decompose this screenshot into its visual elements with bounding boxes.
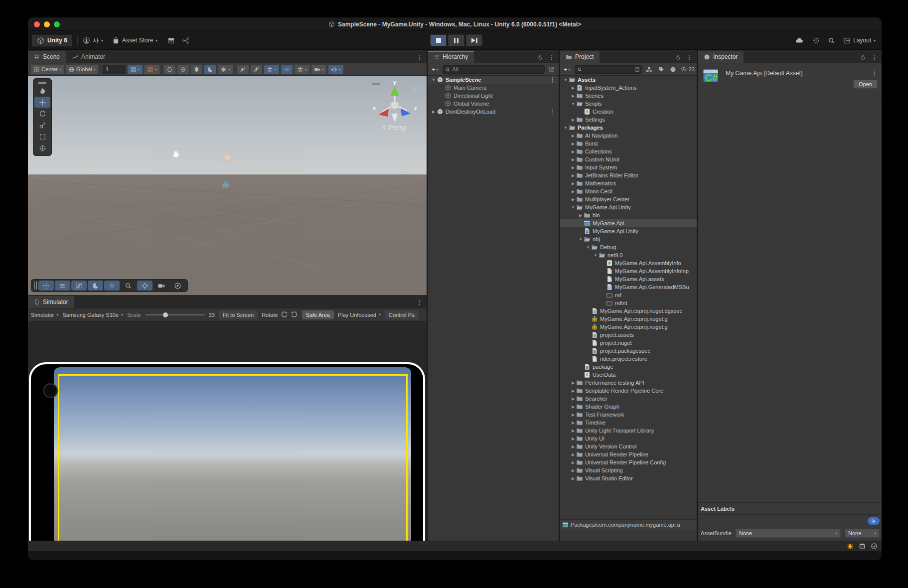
overlay-drag-handle[interactable] (34, 80, 50, 85)
project-item-mono-cecil[interactable]: ▶Mono Cecil (560, 187, 697, 195)
disclosure-closed-icon[interactable]: ▶ (570, 181, 576, 186)
project-item-mygame-api-csproj-nuget-g[interactable]: MyGame.Api.csproj.nuget.g (560, 315, 697, 323)
project-breadcrumb[interactable]: C# Packages/com.companyname.mygame.api.u (560, 519, 697, 530)
handle-position-dropdown[interactable]: Center▾ (31, 65, 64, 74)
project-item-universal-render-pipeline[interactable]: ▶Universal Render Pipeline (560, 450, 697, 458)
window-expand-button[interactable] (547, 65, 557, 74)
disclosure-closed-icon[interactable]: ▶ (570, 118, 576, 122)
step-button[interactable] (466, 34, 482, 46)
debug-draw-button[interactable]: ▾ (218, 65, 233, 74)
fit-to-screen-button[interactable]: Fit to Screen (219, 310, 258, 319)
disclosure-closed-icon[interactable]: ▶ (570, 173, 576, 178)
version-control-button[interactable] (182, 37, 189, 44)
disclosure-closed-icon[interactable]: ▶ (431, 110, 437, 114)
orientation-overlay-button[interactable] (170, 281, 185, 291)
cache-server-icon[interactable] (859, 543, 866, 550)
project-item-visual-scripting[interactable]: ▶Visual Scripting (560, 466, 697, 474)
gizmo-options-button[interactable] (104, 281, 120, 291)
project-item-net9-0[interactable]: ▼net9.0 (560, 251, 697, 259)
camera-settings-button[interactable]: ▾ (311, 65, 326, 74)
assetbundle-variant-dropdown[interactable]: None▾ (845, 529, 880, 538)
disclosure-closed-icon[interactable]: ▶ (570, 476, 576, 481)
asset-store-menu[interactable]: Asset Store▾ (112, 37, 157, 44)
projection-toggle[interactable]: <Persp (382, 124, 407, 132)
snap-increment-input[interactable]: 1 (103, 65, 126, 74)
disclosure-closed-icon[interactable]: ▶ (570, 142, 576, 146)
search-overlay-button[interactable] (121, 281, 136, 291)
project-item-inputsystem-actions[interactable]: ▶InputSystem_Actions (560, 84, 697, 92)
disclosure-closed-icon[interactable]: ▶ (570, 413, 576, 417)
view-hand-tool[interactable] (34, 85, 50, 96)
control-panel-button[interactable]: Control Pa (385, 310, 419, 319)
view-options-button[interactable] (88, 281, 103, 291)
disclosure-closed-icon[interactable]: ▶ (570, 405, 576, 409)
project-search-input[interactable] (575, 65, 642, 74)
camera-overlay-button[interactable] (153, 281, 169, 291)
project-item-settings[interactable]: ▶Settings (560, 116, 697, 124)
global-volume-gizmo[interactable] (220, 179, 231, 190)
tab-project[interactable]: Project (560, 51, 600, 63)
scene-orientation-gizmo[interactable]: y x z <Persp (370, 79, 420, 134)
project-item-burst[interactable]: ▶Burst (560, 140, 697, 147)
project-item-collections[interactable]: ▶Collections (560, 147, 697, 155)
layers-button[interactable]: ▾ (295, 65, 309, 74)
project-item-bin[interactable]: ▶bin (560, 211, 697, 219)
disclosure-closed-icon[interactable]: ▶ (570, 452, 576, 457)
project-item-packages[interactable]: ▼Packages (560, 124, 697, 132)
project-item-debug[interactable]: ▼Debug (560, 243, 697, 251)
project-item-mygame-api-generatedmsbu[interactable]: MyGame.Api.GeneratedMSBu (560, 283, 697, 291)
project-menu-icon[interactable]: ⋮ (686, 53, 693, 61)
project-item-userdata[interactable]: #UserData (560, 371, 697, 379)
disclosure-closed-icon[interactable]: ▶ (570, 134, 576, 138)
disclosure-closed-icon[interactable]: ▶ (570, 468, 576, 473)
project-item-multiplayer-center[interactable]: ▶Multiplayer Center (560, 195, 697, 203)
tab-scene[interactable]: Scene (28, 51, 66, 63)
project-item-unity-light-transport-library[interactable]: ▶Unity Light Transport Library (560, 427, 697, 435)
handle-rotation-dropdown[interactable]: Global▾ (66, 65, 98, 74)
lock-icon[interactable] (537, 54, 543, 60)
asset-menu-icon[interactable]: ⋮ (871, 68, 878, 76)
hidden-count-toggle[interactable]: 23 (680, 66, 695, 73)
project-item-custom-nunit[interactable]: ▶Custom NUnit (560, 155, 697, 163)
rect-tool[interactable] (34, 131, 50, 142)
disclosure-closed-icon[interactable]: ▶ (570, 197, 576, 202)
directional-light-gizmo[interactable] (220, 150, 234, 164)
disclosure-closed-icon[interactable]: ▶ (578, 213, 584, 218)
unity-version-badge[interactable]: Unity 6 (32, 35, 72, 46)
project-item-refint[interactable]: refint (560, 299, 697, 307)
scale-slider[interactable] (145, 314, 205, 315)
hierarchy-item-dontdestroyonload[interactable]: ▶DontDestroyOnLoad⋮ (428, 108, 559, 116)
simulator-viewport[interactable] (28, 321, 427, 541)
item-menu-icon[interactable]: ⋮ (550, 76, 556, 83)
bug-icon[interactable] (847, 543, 854, 550)
grid-off-button[interactable] (71, 281, 87, 291)
hierarchy-item-directional-light[interactable]: Directional Light (428, 92, 559, 100)
disclosure-open-icon[interactable]: ▼ (431, 78, 437, 82)
disclosure-open-icon[interactable]: ▼ (570, 102, 576, 106)
stop-button[interactable] (430, 34, 447, 46)
audio-toggle-button[interactable] (237, 65, 249, 74)
visibility-layers-button[interactable]: ▾ (264, 65, 279, 74)
project-item-mygame-api-assemblyinfo[interactable]: #MyGame.Api.AssemblyInfo (560, 259, 697, 267)
project-item-mygame-api-assets[interactable]: MyGame.Api.assets (560, 275, 697, 283)
pause-button[interactable] (448, 34, 464, 46)
package-manager-button[interactable] (167, 37, 175, 44)
scale-tool[interactable] (34, 120, 50, 131)
disclosure-closed-icon[interactable]: ▶ (570, 149, 576, 154)
disclosure-open-icon[interactable]: ▼ (563, 126, 569, 130)
disclosure-closed-icon[interactable]: ▶ (570, 165, 576, 170)
scene-tab-menu-icon[interactable]: ⋮ (416, 53, 423, 61)
project-item-ai-navigation[interactable]: ▶AI Navigation (560, 132, 697, 140)
simulator-tab-menu-icon[interactable]: ⋮ (416, 298, 423, 306)
filter-by-label-button[interactable] (656, 65, 666, 74)
open-button[interactable]: Open (853, 80, 878, 89)
project-item-mygame-api[interactable]: C#MyGame.Api (560, 219, 697, 227)
hierarchy-item-global-volume[interactable]: Global Volume (428, 100, 559, 108)
grid-snapping-button[interactable]: ▾ (128, 65, 143, 74)
filter-by-type-button[interactable] (644, 65, 654, 74)
tab-simulator[interactable]: Simulator (28, 296, 74, 308)
project-item-mygame-api-assemblyinfoinp[interactable]: MyGame.Api.AssemblyInfoInp (560, 267, 697, 275)
project-item-mygame-api-unity[interactable]: MyGame.Api.Unity (560, 227, 697, 235)
account-menu[interactable]: 사▾ (83, 36, 103, 45)
disclosure-closed-icon[interactable]: ▶ (570, 429, 576, 433)
